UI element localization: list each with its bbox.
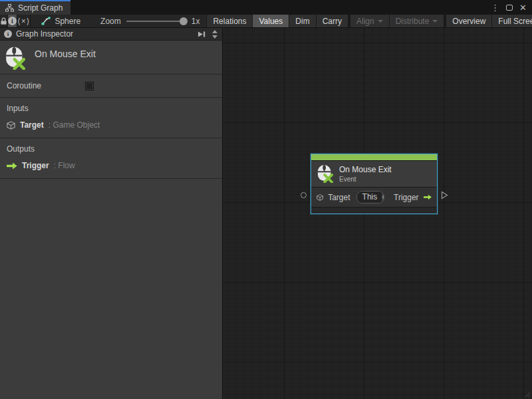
- info-icon: i: [8, 17, 17, 25]
- panel-stepper[interactable]: [210, 29, 219, 40]
- chevron-down-icon: [212, 35, 217, 39]
- zoom-control: Zoom 1x: [90, 15, 206, 27]
- output-name: Trigger: [22, 161, 49, 170]
- chevron-up-icon: [212, 30, 217, 33]
- lock-icon: [0, 17, 7, 25]
- zoom-value: 1x: [192, 17, 200, 26]
- mouse-exit-icon: [317, 164, 333, 183]
- dock-panel-icon[interactable]: [197, 31, 206, 38]
- input-name: Target: [20, 120, 44, 130]
- node-output-label: Trigger: [394, 193, 419, 202]
- node-subtitle: Event: [339, 176, 392, 183]
- inspector-empty-area: [0, 179, 222, 399]
- graph-owner-label: Sphere: [55, 17, 80, 26]
- on-mouse-exit-node[interactable]: On Mouse Exit Event Target This ⊙ Trigge…: [311, 154, 438, 214]
- tab-bar: Script Graph ⋮ ✕: [0, 0, 532, 15]
- graph-toolbar: i ⟨×⟩ Sphere Zoom 1x Relations Values Di…: [0, 15, 532, 28]
- code-icon: ⟨×⟩: [17, 17, 30, 26]
- node-accent-bar: [311, 154, 437, 160]
- inputs-title: Inputs: [7, 104, 215, 113]
- node-titles: On Mouse Exit Event: [339, 165, 392, 183]
- event-summary: On Mouse Exit: [0, 41, 222, 74]
- script-graph-icon: [5, 4, 14, 12]
- graph-area: i Graph Inspector: [0, 28, 532, 399]
- zoom-label: Zoom: [100, 17, 121, 26]
- toolbar-button-distribute: Distribute: [389, 15, 444, 27]
- flow-arrow-icon: [424, 194, 432, 201]
- tab-script-graph[interactable]: Script Graph: [0, 0, 70, 15]
- chevron-down-icon: [378, 20, 383, 23]
- code-view-button[interactable]: ⟨×⟩: [17, 15, 31, 27]
- inputs-section: Inputs Target : Game Object: [0, 98, 222, 138]
- outputs-title: Outputs: [7, 144, 215, 154]
- zoom-slider[interactable]: [126, 21, 186, 22]
- toolbar-button-dim[interactable]: Dim: [289, 15, 315, 27]
- toolbar-toggles: Relations Values Dim Carry Align Distrib…: [206, 15, 532, 27]
- tab-label: Script Graph: [18, 3, 63, 13]
- toolbar-button-relations[interactable]: Relations: [206, 15, 252, 27]
- node-footer: [311, 207, 437, 213]
- toolbar-button-align: Align: [350, 15, 389, 27]
- node-output-port[interactable]: [441, 191, 448, 200]
- node-input-label: Target: [328, 193, 350, 202]
- unity-script-graph-window: Script Graph ⋮ ✕ i ⟨×⟩: [0, 0, 532, 399]
- mouse-exit-icon: [5, 46, 25, 70]
- chevron-down-icon: [432, 20, 438, 23]
- graph-owner: Sphere: [31, 15, 90, 27]
- game-object-cube-icon: [317, 193, 323, 202]
- target-value-chip[interactable]: This ⊙: [356, 191, 385, 203]
- lock-button[interactable]: [0, 15, 8, 27]
- info-icon: i: [4, 30, 12, 38]
- coroutine-label: Coroutine: [7, 81, 41, 90]
- close-icon[interactable]: ✕: [519, 3, 527, 12]
- zoom-slider-knob[interactable]: [180, 17, 188, 25]
- menu-icon[interactable]: ⋮: [491, 3, 499, 12]
- toolbar-button-overview[interactable]: Overview: [446, 15, 491, 27]
- toolbar-button-fullscreen[interactable]: Full Screen: [491, 15, 532, 27]
- node-title: On Mouse Exit: [339, 165, 392, 174]
- event-title: On Mouse Exit: [35, 46, 96, 59]
- node-header[interactable]: On Mouse Exit Event: [311, 160, 437, 187]
- output-row-trigger: Trigger : Flow: [7, 161, 215, 170]
- coroutine-checkbox[interactable]: [85, 82, 94, 90]
- graph-inspector-panel: i Graph Inspector: [0, 28, 223, 399]
- window-controls: ⋮ ✕: [491, 0, 532, 15]
- flow-arrow-icon: [7, 162, 17, 170]
- node-port-row: Target This ⊙ Trigger: [311, 187, 437, 207]
- input-type: : Game Object: [49, 120, 100, 130]
- output-type: : Flow: [54, 161, 75, 170]
- graph-inspector-title: Graph Inspector: [16, 29, 73, 39]
- input-row-target: Target : Game Object: [7, 120, 215, 130]
- target-value: This: [357, 192, 382, 203]
- toolbar-button-carry[interactable]: Carry: [316, 15, 348, 27]
- maximize-icon[interactable]: [506, 5, 513, 11]
- coroutine-row: Coroutine: [0, 74, 222, 98]
- node-input-port[interactable]: [301, 192, 307, 198]
- graph-nodes-icon: [41, 17, 51, 25]
- inspector-toggle-button[interactable]: i: [8, 15, 17, 27]
- resize-grip-icon[interactable]: [523, 390, 531, 398]
- outputs-section: Outputs Trigger : Flow: [0, 138, 222, 179]
- graph-inspector-header: i Graph Inspector: [0, 28, 222, 41]
- toolbar-button-values[interactable]: Values: [252, 15, 289, 27]
- object-picker-icon[interactable]: ⊙: [382, 192, 384, 203]
- game-object-cube-icon: [7, 121, 15, 130]
